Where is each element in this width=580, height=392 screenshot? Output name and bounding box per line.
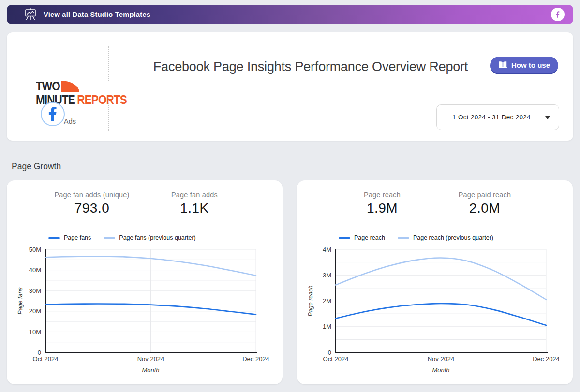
kpi-page-paid-reach: Page paid reach 2.0M bbox=[427, 191, 543, 216]
legend-label: Page reach bbox=[354, 234, 385, 241]
caret-down-icon bbox=[545, 116, 550, 119]
page-reach-card: Page reach 1.9M Page paid reach 2.0M Pag… bbox=[297, 180, 573, 384]
kpi-value: 1.9M bbox=[324, 201, 440, 216]
legend-label: Page fans (previous quarter) bbox=[119, 234, 195, 241]
how-to-use-label: How to use bbox=[511, 61, 550, 69]
legend-item-page-fans-previous[interactable]: Page fans (previous quarter) bbox=[104, 234, 195, 241]
kpi-page-fan-adds: Page fan adds 1.1K bbox=[136, 191, 253, 216]
legend-label: Page reach (previous quarter) bbox=[413, 234, 493, 241]
legend-item-page-reach[interactable]: Page reach bbox=[339, 234, 385, 241]
facebook-icon[interactable] bbox=[551, 8, 565, 21]
svg-text:3M: 3M bbox=[323, 272, 331, 279]
date-range-value: 1 Oct 2024 - 31 Dec 2024 bbox=[452, 114, 531, 121]
legend-swatch bbox=[398, 237, 409, 239]
svg-text:Page fans: Page fans bbox=[17, 287, 24, 314]
templates-banner-label: View all Data Studio Templates bbox=[44, 11, 150, 18]
svg-text:Nov 2024: Nov 2024 bbox=[428, 355, 455, 363]
svg-text:1M: 1M bbox=[323, 323, 331, 330]
legend-item-page-reach-previous[interactable]: Page reach (previous quarter) bbox=[398, 234, 493, 241]
legend-swatch bbox=[48, 237, 60, 239]
presentation-chart-icon bbox=[23, 7, 38, 22]
svg-text:Page reach: Page reach bbox=[307, 285, 314, 316]
page-reach-line-chart: 01M2M3M4MOct 2024Nov 2024Dec 2024MonthPa… bbox=[297, 244, 573, 374]
how-to-use-button[interactable]: How to use bbox=[490, 57, 558, 74]
svg-text:Month: Month bbox=[432, 366, 449, 374]
horizontal-dotted-divider bbox=[17, 87, 563, 87]
svg-text:Dec 2024: Dec 2024 bbox=[533, 355, 560, 363]
page-fans-line-chart: 010M20M30M40M50MOct 2024Nov 2024Dec 2024… bbox=[7, 244, 283, 374]
chart-legend: Page fans Page fans (previous quarter) bbox=[48, 234, 196, 241]
svg-text:2M: 2M bbox=[323, 297, 331, 305]
kpi-page-reach: Page reach 1.9M bbox=[324, 191, 440, 216]
svg-text:Oct 2024: Oct 2024 bbox=[323, 355, 349, 363]
facebook-ads-connector: Ads bbox=[41, 102, 87, 135]
templates-banner[interactable]: View all Data Studio Templates bbox=[7, 5, 573, 24]
svg-text:4M: 4M bbox=[323, 246, 331, 253]
kpi-label: Page fan adds (unique) bbox=[34, 191, 150, 199]
svg-text:Month: Month bbox=[142, 366, 159, 374]
page-fans-card: Page fan adds (unique) 793.0 Page fan ad… bbox=[7, 180, 283, 384]
svg-text:40M: 40M bbox=[29, 266, 41, 274]
section-title-page-growth: Page Growth bbox=[12, 161, 61, 172]
chart-legend: Page reach Page reach (previous quarter) bbox=[339, 234, 493, 241]
svg-text:Oct 2024: Oct 2024 bbox=[33, 355, 59, 363]
svg-text:20M: 20M bbox=[29, 307, 41, 315]
facebook-icon bbox=[41, 102, 65, 126]
vertical-dotted-divider bbox=[108, 98, 109, 131]
svg-text:Nov 2024: Nov 2024 bbox=[137, 355, 164, 363]
kpi-value: 2.0M bbox=[427, 201, 543, 216]
report-header-card: TWO MINUTE REPORTS Facebook Page Insight… bbox=[7, 32, 573, 141]
kpi-value: 793.0 bbox=[34, 201, 150, 216]
page-title: Facebook Page Insights Performance Overv… bbox=[128, 59, 493, 74]
connector-label: Ads bbox=[64, 117, 76, 125]
svg-text:30M: 30M bbox=[29, 287, 41, 294]
kpi-label: Page paid reach bbox=[427, 191, 543, 199]
legend-swatch bbox=[339, 237, 350, 239]
svg-text:10M: 10M bbox=[29, 328, 41, 335]
svg-text:Dec 2024: Dec 2024 bbox=[242, 355, 269, 363]
legend-item-page-fans[interactable]: Page fans bbox=[48, 234, 91, 241]
kpi-value: 1.1K bbox=[136, 201, 253, 216]
legend-label: Page fans bbox=[64, 234, 91, 241]
kpi-label: Page reach bbox=[324, 191, 440, 199]
kpi-page-fan-adds-unique: Page fan adds (unique) 793.0 bbox=[34, 191, 150, 216]
book-icon bbox=[498, 61, 507, 69]
vertical-dotted-divider bbox=[108, 46, 109, 81]
legend-swatch bbox=[104, 237, 115, 239]
svg-text:50M: 50M bbox=[29, 246, 41, 253]
kpi-label: Page fan adds bbox=[136, 191, 253, 199]
date-range-selector[interactable]: 1 Oct 2024 - 31 Dec 2024 bbox=[436, 104, 559, 130]
